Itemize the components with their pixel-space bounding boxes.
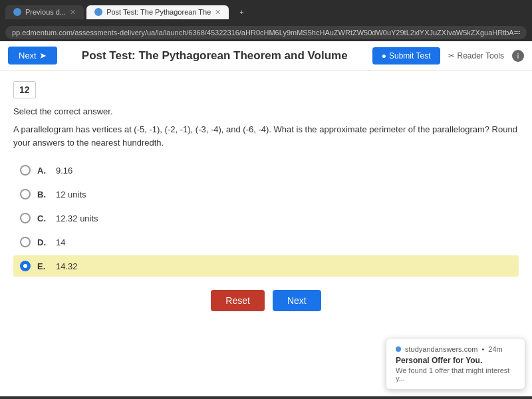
tab-bar: Previous d... ✕ Post Test: The Pythagore… [5, 5, 252, 19]
notification-header: studyandanswers.com • 24m [396, 345, 515, 353]
choice-E[interactable]: E. 14.32 [13, 255, 519, 277]
radio-E[interactable] [20, 261, 31, 271]
radio-B[interactable] [20, 189, 31, 200]
choice-D[interactable]: D. 14 [13, 231, 519, 253]
reader-tools-icon: ✂ [448, 51, 455, 61]
reader-tools-button[interactable]: ✂ Reader Tools [448, 51, 505, 61]
info-label: i [517, 52, 519, 60]
new-tab-button[interactable]: + [231, 5, 251, 19]
tab-favicon-active [94, 8, 102, 16]
radio-A[interactable] [20, 165, 31, 176]
choice-D-text: 14 [56, 237, 65, 247]
radio-D[interactable] [20, 237, 31, 247]
header-actions: ● Submit Test ✂ Reader Tools i [372, 47, 524, 65]
tab-active-close-icon[interactable]: ✕ [215, 8, 221, 17]
notification-dot-icon [396, 346, 401, 352]
notification-time-value: 24m [488, 345, 502, 353]
address-input[interactable] [5, 26, 527, 39]
info-button[interactable]: i [512, 50, 524, 62]
browser-chrome: Previous d... ✕ Post Test: The Pythagore… [0, 0, 532, 24]
reset-button[interactable]: Reset [211, 290, 265, 311]
question-text: A parallelogram has vertices at (-5, -1)… [13, 123, 519, 149]
next-header-label: Next [19, 51, 37, 61]
next-button[interactable]: Next [273, 290, 321, 311]
next-header-button[interactable]: Next ➤ [8, 47, 57, 65]
action-buttons: Reset Next [13, 290, 519, 311]
choice-C-label: C. [37, 213, 51, 223]
tab-favicon [13, 8, 21, 16]
radio-C[interactable] [20, 213, 31, 223]
reader-tools-label: Reader Tools [458, 51, 505, 61]
address-bar [0, 24, 532, 41]
question-number: 12 [13, 81, 36, 98]
notification-source: studyandanswers.com [405, 345, 477, 353]
choice-C[interactable]: C. 12.32 units [13, 207, 519, 229]
next-arrow-icon: ➤ [39, 51, 47, 61]
submit-test-label: Submit Test [389, 51, 430, 61]
main-content: 12 Select the correct answer. A parallel… [0, 70, 532, 396]
tab-close-icon[interactable]: ✕ [70, 8, 76, 17]
submit-test-button[interactable]: ● Submit Test [372, 47, 440, 65]
answer-choices: A. 9.16 B. 12 units C. 12.32 units D. 14… [13, 160, 519, 277]
notification-text: We found 1 offer that might interest y..… [396, 366, 515, 382]
tab-previous[interactable]: Previous d... ✕ [5, 5, 84, 19]
notification-time: • [481, 345, 484, 353]
question-instruction: Select the correct answer. [13, 106, 519, 116]
choice-A-label: A. [37, 166, 51, 176]
tab-post-test[interactable]: Post Test: The Pythagorean The ✕ [86, 5, 229, 19]
submit-icon: ● [382, 51, 386, 61]
choice-B-label: B. [37, 190, 51, 200]
tab-active-label: Post Test: The Pythagorean The [106, 8, 211, 16]
choice-B[interactable]: B. 12 units [13, 184, 519, 205]
gear-area: ⚙ [0, 396, 532, 399]
app-header: Next ➤ Post Test: The Pythagorean Theore… [0, 41, 532, 70]
new-tab-icon: + [239, 8, 243, 16]
choice-E-label: E. [37, 261, 51, 271]
page-title: Post Test: The Pythagorean Theorem and V… [65, 49, 364, 63]
tab-label: Previous d... [25, 8, 66, 16]
choice-C-text: 12.32 units [56, 213, 98, 223]
notification-popup: studyandanswers.com • 24m Personal Offer… [386, 338, 525, 390]
choice-A-text: 9.16 [56, 166, 72, 176]
choice-A[interactable]: A. 9.16 [13, 160, 519, 181]
notification-title: Personal Offer for You. [396, 356, 515, 365]
choice-B-text: 12 units [56, 190, 86, 200]
choice-E-text: 14.32 [56, 261, 78, 271]
choice-D-label: D. [37, 237, 51, 247]
